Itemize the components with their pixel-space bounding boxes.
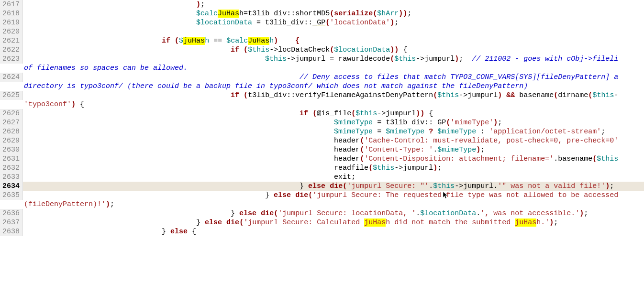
- line-number: 2618: [0, 9, 23, 18]
- code-token: =: [373, 128, 386, 136]
- code-content[interactable]: header('Cache-Control: must-revalidate, …: [23, 136, 644, 145]
- code-token: $mimeType: [437, 128, 476, 136]
- code-line[interactable]: 2634 } else die('jumpurl Secure: "'.$thi…: [0, 182, 644, 191]
- code-token: [278, 37, 295, 45]
- code-content[interactable]: of filenames so spaces can be allowed.: [23, 64, 644, 73]
- code-content[interactable]: } else die('jumpurl Secure: The requeste…: [23, 191, 644, 200]
- code-token: = t3lib_div: [373, 119, 424, 127]
- code-line[interactable]: 2629 header('Cache-Control: must-revalid…: [0, 136, 644, 145]
- code-line[interactable]: 2622 if ($this->locDataCheck($locationDa…: [0, 45, 644, 55]
- code-line[interactable]: 2638 } else {: [0, 227, 644, 236]
- code-token: [325, 182, 330, 190]
- code-line-wrap[interactable]: (fileDenyPattern)!');: [0, 200, 644, 209]
- code-token: }: [265, 191, 274, 199]
- code-token: shortMD5: [295, 10, 330, 18]
- code-token: ::: [287, 91, 295, 99]
- code-token: ->: [416, 55, 424, 63]
- code-token: ?: [429, 128, 433, 136]
- code-token: [256, 209, 261, 218]
- line-number: 2629: [0, 136, 23, 145]
- code-token: ): [196, 0, 200, 9]
- code-token: $this: [248, 46, 269, 54]
- code-content[interactable]: $calcJuHash=t3lib_div::shortMD5(serializ…: [23, 9, 644, 18]
- code-token: $mimeType: [334, 128, 373, 136]
- code-content[interactable]: if (t3lib_div::verifyFilenameAgainstDeny…: [23, 91, 644, 100]
- code-editor[interactable]: 2617 );2618 $calcJuHash=t3lib_div::short…: [0, 0, 644, 236]
- code-line[interactable]: 2637 } else die('jumpurl Secure: Calcula…: [0, 218, 644, 227]
- code-token: [170, 37, 175, 45]
- code-token: else: [274, 191, 291, 199]
- code-token: .: [416, 209, 420, 218]
- code-token: ;: [610, 182, 614, 190]
- code-line[interactable]: 2627 $mimeType = t3lib_div::_GP('mimeTyp…: [0, 118, 644, 127]
- line-number: 2628: [0, 127, 23, 136]
- code-content[interactable]: header('Content-Disposition: attachment;…: [23, 154, 644, 164]
- code-line[interactable]: 2625 if (t3lib_div::verifyFilenameAgains…: [0, 91, 644, 100]
- code-line[interactable]: 2624 // Deny access to files that match …: [0, 73, 644, 82]
- code-line[interactable]: 2617 );: [0, 0, 644, 9]
- code-token: if: [231, 91, 239, 99]
- line-number: 2634: [0, 182, 23, 191]
- code-content[interactable]: $mimeType = t3lib_div::_GP('mimeType');: [23, 118, 644, 127]
- code-token: $calc: [226, 37, 248, 45]
- code-line[interactable]: 2618 $calcJuHash=t3lib_div::shortMD5(ser…: [0, 9, 644, 18]
- code-token: (: [592, 155, 597, 163]
- code-line[interactable]: 2635 } else die('jumpurl Secure: The req…: [0, 191, 644, 200]
- code-content[interactable]: exit;: [23, 173, 644, 182]
- code-content[interactable]: directory is typo3conf/ (there could be …: [23, 82, 644, 91]
- code-token: $this: [437, 91, 459, 99]
- code-line[interactable]: 2631 header('Content-Disposition: attach…: [0, 154, 644, 164]
- code-token: }: [196, 218, 205, 227]
- code-line[interactable]: 2626 if (@is_file($this->jumpurl)) {: [0, 109, 644, 118]
- line-number: 2617: [0, 0, 23, 9]
- code-token: .: [429, 182, 433, 190]
- code-token: verifyFilenameAgainstDenyPattern: [295, 91, 433, 99]
- code-token: $this: [394, 55, 416, 63]
- code-content[interactable]: $this->jumpurl = rawurldecode($this->jum…: [23, 55, 644, 64]
- code-content[interactable]: (fileDenyPattern)!');: [23, 200, 644, 209]
- code-token: jumpurl: [424, 55, 455, 63]
- code-content[interactable]: 'typo3conf') {: [23, 100, 644, 109]
- code-line[interactable]: 2632 readfile($this->jumpurl);: [0, 164, 644, 173]
- code-content[interactable]: if ($juHash == $calcJuHash) {: [23, 36, 644, 45]
- code-content[interactable]: header('Content-Type: '.$mimeType);: [23, 145, 644, 154]
- code-line[interactable]: 2621 if ($juHash == $calcJuHash) {: [0, 36, 644, 45]
- line-number: 2632: [0, 164, 23, 173]
- code-line[interactable]: 2633 exit;: [0, 173, 644, 182]
- code-token: ;: [498, 119, 502, 127]
- code-content[interactable]: readfile($this->jumpurl);: [23, 164, 644, 173]
- code-content[interactable]: if ($this->locDataCheck($locationData)) …: [23, 45, 644, 55]
- code-token: ->: [377, 109, 386, 118]
- code-content[interactable]: // Deny access to files that match TYPO3…: [23, 73, 644, 82]
- code-line[interactable]: 2620: [0, 27, 644, 36]
- code-content[interactable]: $locationData = t3lib_div::_GP('location…: [23, 18, 644, 27]
- code-line[interactable]: 2619 $locationData = t3lib_div::_GP('loc…: [0, 18, 644, 27]
- code-token: $calc: [196, 10, 218, 18]
- code-line[interactable]: 2623 $this->jumpurl = rawurldecode($this…: [0, 55, 644, 64]
- code-token: jumpurl: [467, 91, 498, 99]
- code-line-wrap[interactable]: 'typo3conf') {: [0, 100, 644, 109]
- code-content[interactable]: } else die('jumpurl Secure: "'.$this->ju…: [23, 182, 644, 191]
- code-content[interactable]: } else die('jumpurl Secure: locationData…: [23, 209, 644, 218]
- code-token: .: [493, 182, 498, 190]
- code-token: ;: [554, 218, 558, 227]
- code-token: (fileDenyPattern)!': [24, 200, 106, 208]
- code-content[interactable]: } else {: [23, 227, 644, 236]
- code-line[interactable]: 2630 header('Content-Type: '.$mimeType);: [0, 145, 644, 154]
- code-token: ): [106, 200, 110, 208]
- code-line[interactable]: 2628 $mimeType = $mimeType ? $mimeType :…: [0, 127, 644, 136]
- code-content[interactable]: } else die('jumpurl Secure: Calculated j…: [23, 218, 644, 227]
- code-line-wrap[interactable]: of filenames so spaces can be allowed.: [0, 64, 644, 73]
- code-token: basename: [515, 91, 554, 99]
- code-token: jumpurl: [386, 109, 416, 118]
- code-line-wrap[interactable]: directory is typo3conf/ (there could be …: [0, 82, 644, 91]
- code-content[interactable]: if (@is_file($this->jumpurl)) {: [23, 109, 644, 118]
- code-content[interactable]: );: [23, 0, 644, 9]
- code-token: (: [390, 55, 394, 63]
- code-token: h did not match the submitted: [386, 218, 515, 227]
- code-content[interactable]: $mimeType = $mimeType ? $mimeType : 'app…: [23, 127, 644, 136]
- code-token: &&: [506, 91, 515, 99]
- code-token: [424, 128, 429, 136]
- code-line[interactable]: 2636 } else die('jumpurl Secure: locatio…: [0, 209, 644, 218]
- code-token: )): [399, 10, 407, 18]
